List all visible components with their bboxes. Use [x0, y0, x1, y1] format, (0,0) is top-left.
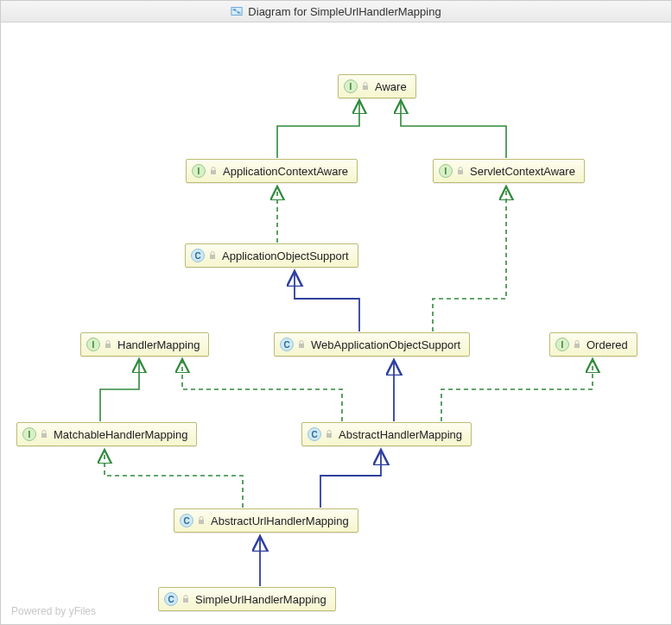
svg-rect-9: [299, 344, 304, 348]
node-label: HandlerMapping: [117, 338, 200, 351]
node-label: AbstractHandlerMapping: [339, 428, 462, 441]
svg-rect-12: [326, 433, 332, 438]
svg-rect-14: [183, 598, 188, 603]
svg-rect-8: [105, 344, 111, 348]
node-abstract-url-handler-mapping[interactable]: C AbstractUrlHandlerMapping: [174, 508, 358, 533]
titlebar: Diagram for SimpleUrlHandlerMapping: [1, 1, 671, 22]
node-servlet-context-aware[interactable]: I ServletContextAware: [433, 159, 585, 183]
diagram-window: Diagram for SimpleUrlHandlerMapping: [0, 0, 672, 625]
node-label: ServletContextAware: [470, 165, 575, 178]
svg-rect-11: [41, 433, 47, 438]
node-label: ApplicationContextAware: [223, 165, 348, 178]
svg-rect-5: [211, 170, 216, 174]
interface-icon: I: [86, 338, 100, 351]
interface-icon: I: [555, 338, 569, 351]
svg-rect-2: [238, 12, 241, 14]
window-title: Diagram for SimpleUrlHandlerMapping: [248, 5, 441, 18]
node-label: Aware: [375, 80, 407, 93]
lock-icon: [104, 340, 112, 349]
interface-icon: I: [344, 79, 358, 93]
svg-rect-6: [458, 170, 463, 174]
class-icon: C: [180, 514, 193, 527]
lock-icon: [209, 167, 218, 175]
interface-icon: I: [22, 427, 36, 441]
svg-rect-7: [210, 255, 215, 259]
lock-icon: [456, 167, 465, 175]
interface-icon: I: [192, 164, 206, 178]
node-abstract-handler-mapping[interactable]: C AbstractHandlerMapping: [301, 422, 472, 446]
lock-icon: [297, 340, 306, 349]
node-matchable-handler-mapping[interactable]: I MatchableHandlerMapping: [16, 422, 197, 446]
footer-attribution: Powered by yFiles: [11, 605, 96, 617]
svg-rect-10: [574, 344, 580, 348]
lock-icon: [325, 430, 333, 439]
node-aware[interactable]: I Aware: [338, 74, 416, 98]
class-icon: C: [164, 592, 178, 606]
node-label: Ordered: [586, 338, 628, 351]
lock-icon: [40, 430, 48, 439]
node-label: ApplicationObjectSupport: [222, 249, 349, 262]
node-label: MatchableHandlerMapping: [54, 428, 187, 441]
node-handler-mapping[interactable]: I HandlerMapping: [80, 332, 209, 357]
edge-layer: [1, 22, 671, 625]
diagram-canvas[interactable]: I Aware I ApplicationContextAware I Serv…: [1, 22, 671, 624]
node-simple-url-handler-mapping[interactable]: C SimpleUrlHandlerMapping: [158, 587, 336, 611]
svg-rect-4: [363, 85, 368, 90]
lock-icon: [208, 251, 217, 260]
diagram-icon: [231, 5, 243, 17]
node-ordered[interactable]: I Ordered: [549, 332, 637, 357]
lock-icon: [197, 516, 206, 525]
node-label: SimpleUrlHandlerMapping: [195, 593, 326, 606]
svg-rect-13: [199, 520, 204, 524]
node-application-object-support[interactable]: C ApplicationObjectSupport: [185, 243, 358, 268]
lock-icon: [361, 82, 370, 91]
class-icon: C: [191, 249, 205, 262]
node-application-context-aware[interactable]: I ApplicationContextAware: [186, 159, 358, 183]
node-web-application-object-support[interactable]: C WebApplicationObjectSupport: [274, 332, 470, 357]
lock-icon: [181, 595, 190, 603]
lock-icon: [573, 340, 581, 349]
class-icon: C: [280, 338, 294, 351]
node-label: WebApplicationObjectSupport: [311, 338, 460, 351]
class-icon: C: [307, 427, 321, 441]
interface-icon: I: [439, 164, 453, 178]
node-label: AbstractUrlHandlerMapping: [211, 515, 349, 527]
svg-rect-1: [233, 9, 237, 10]
